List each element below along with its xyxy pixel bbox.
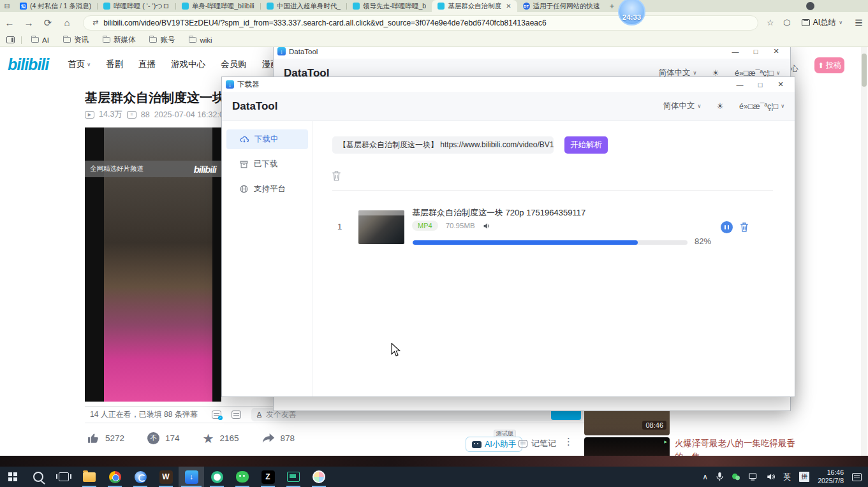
browser-profile-icon[interactable] bbox=[806, 2, 814, 10]
take-note-button[interactable]: 记笔记 bbox=[519, 438, 556, 449]
danmaku-toggle-icon[interactable]: ✓ bbox=[212, 411, 221, 419]
url-text[interactable]: bilibili.com/video/BV19T3EzDEU4/?spm_id_… bbox=[103, 18, 546, 27]
browser-button[interactable] bbox=[128, 467, 153, 487]
action-center-icon[interactable] bbox=[852, 473, 862, 481]
like-button[interactable]: 5272 bbox=[87, 432, 124, 444]
capcut-icon: Z bbox=[261, 470, 275, 484]
wps-button[interactable]: W bbox=[153, 467, 179, 487]
danmaku-settings-icon[interactable] bbox=[232, 411, 241, 419]
file-explorer-button[interactable] bbox=[77, 467, 102, 487]
back-icon[interactable]: ← bbox=[0, 17, 19, 28]
tab-bilibili-home[interactable]: 哔哩哔哩 ( ‘- ‘)つロ bbox=[98, 0, 175, 12]
window-title-bar[interactable]: ↓ 下载器 — □ ✕ bbox=[222, 77, 795, 92]
nav-bangumi[interactable]: 番剧 bbox=[106, 59, 123, 70]
tab-lingdao[interactable]: 领导先走-哔哩哔哩_b bbox=[347, 0, 432, 12]
share-button[interactable]: 878 bbox=[262, 433, 295, 444]
address-bar[interactable]: ⇄ bilibili.com/video/BV19T3EzDEU4/?spm_i… bbox=[83, 15, 758, 31]
forward-icon[interactable]: → bbox=[19, 17, 38, 28]
font-style-icon[interactable]: A bbox=[257, 411, 261, 418]
nav-game-center[interactable]: 游戏中心 bbox=[171, 59, 205, 70]
sidebar-toggle-icon[interactable] bbox=[6, 36, 15, 43]
taskbar-clock[interactable]: 16:46 2025/7/8 bbox=[818, 469, 844, 485]
more-options-icon[interactable]: ⋮ bbox=[564, 436, 573, 447]
minimize-button[interactable]: — bbox=[725, 48, 746, 55]
taskbar-search[interactable] bbox=[26, 467, 51, 487]
start-button[interactable] bbox=[0, 467, 26, 487]
bookmark-label: 账号 bbox=[160, 35, 175, 45]
minimize-button[interactable]: — bbox=[730, 81, 750, 89]
bookmark-star-icon[interactable]: ☆ bbox=[762, 18, 779, 27]
theme-toggle-icon[interactable]: ☀ bbox=[716, 101, 724, 111]
parse-button[interactable]: 开始解析 bbox=[564, 136, 608, 154]
nav-home[interactable]: 首页∨ bbox=[68, 59, 91, 70]
chrome-button[interactable] bbox=[102, 467, 128, 487]
close-button[interactable]: ✕ bbox=[770, 80, 791, 89]
maximize-button[interactable]: □ bbox=[750, 81, 770, 89]
datatool-taskbar-button[interactable]: ↓ bbox=[179, 467, 204, 487]
language-indicator[interactable]: 英 bbox=[783, 472, 791, 483]
bookmark-folder-wiki[interactable]: wiki bbox=[189, 36, 212, 44]
sidebar-item-downloaded[interactable]: 已下载 bbox=[226, 154, 308, 174]
bookmark-folder-account[interactable]: 账号 bbox=[149, 35, 175, 45]
nav-live[interactable]: 直播 bbox=[138, 59, 156, 70]
bookmark-folder-media[interactable]: 新媒体 bbox=[103, 35, 136, 45]
home-icon[interactable]: ⌂ bbox=[57, 17, 77, 28]
ai-summary-button[interactable]: AI总结 ∨ bbox=[802, 17, 842, 28]
extensions-icon[interactable]: ⬡ bbox=[779, 18, 795, 27]
green-app-button[interactable] bbox=[204, 467, 230, 487]
network-display-icon[interactable] bbox=[749, 473, 758, 481]
close-tab-icon[interactable]: ✕ bbox=[506, 3, 511, 10]
capcut-button[interactable]: Z bbox=[255, 467, 281, 487]
wechat-button[interactable] bbox=[230, 467, 255, 487]
tab-search-icon[interactable]: ⊟ bbox=[0, 2, 14, 10]
coin-button[interactable]: 不 174 bbox=[147, 432, 180, 444]
bookmark-folder-ai[interactable]: AI bbox=[31, 36, 49, 44]
close-button[interactable]: ✕ bbox=[766, 47, 786, 55]
audio-icon[interactable] bbox=[483, 222, 491, 229]
color-app-button[interactable] bbox=[306, 467, 332, 487]
video-player[interactable]: 全网精选好片频道 bilibili bbox=[85, 127, 221, 402]
tab-datatool-ext[interactable]: DT 适用于任何网站的快速 bbox=[517, 0, 606, 12]
ai-assistant-button[interactable]: AI小助手 bbox=[466, 437, 522, 452]
task-view-button[interactable] bbox=[51, 467, 77, 487]
delete-row-icon[interactable] bbox=[739, 222, 749, 235]
coin-count: 174 bbox=[165, 433, 180, 443]
delete-all-icon[interactable] bbox=[331, 170, 342, 184]
downloader-window[interactable]: ↓ 下载器 — □ ✕ DataTool 简体中文 ∨ ☀ é»□æ¯ªç¦□ … bbox=[221, 76, 795, 397]
nav-vip-shop[interactable]: 会员购 bbox=[221, 59, 247, 70]
url-input[interactable]: 【基层群众自治制度这一块】 https://www.bilibili.com/v… bbox=[332, 136, 554, 154]
maximize-button[interactable]: □ bbox=[746, 48, 766, 55]
pause-button[interactable] bbox=[721, 221, 733, 233]
sidebar-item-platforms[interactable]: 支持平台 bbox=[226, 179, 308, 199]
upload-label: 投稿 bbox=[826, 60, 841, 71]
new-tab-button[interactable]: + bbox=[606, 1, 619, 11]
tab-danshen[interactable]: 单身-哔哩哔哩_bilibili bbox=[176, 0, 260, 12]
bookmark-folder-news[interactable]: 资讯 bbox=[63, 35, 89, 45]
tab-zhongguo[interactable]: 中国进入超单身时代_ bbox=[261, 0, 346, 12]
bilibili-logo[interactable]: bilibili bbox=[8, 55, 48, 74]
download-row: 1 基层群众自治制度这一块 720p 1751964359117 MP4 70.… bbox=[313, 204, 795, 255]
zhihu-favicon: 知 bbox=[20, 3, 27, 10]
upload-button[interactable]: ⬆ 投稿 bbox=[814, 57, 844, 73]
scrollbar-thumb[interactable] bbox=[862, 54, 867, 87]
reload-icon[interactable]: ⟳ bbox=[38, 17, 57, 29]
share-count: 878 bbox=[281, 433, 295, 443]
hidden-icons-chevron[interactable]: ∧ bbox=[702, 472, 708, 481]
date-label: 2025/7/8 bbox=[818, 477, 844, 485]
ime-indicator[interactable]: 拼 bbox=[799, 472, 809, 482]
favorite-button[interactable]: ★ 2165 bbox=[203, 433, 239, 444]
tab-active-video[interactable]: 基层群众自治制度 ✕ bbox=[432, 0, 517, 12]
globe-icon bbox=[240, 185, 248, 193]
browser-menu-icon[interactable]: ☰ bbox=[849, 18, 868, 28]
sidebar-item-downloading[interactable]: 下载中 bbox=[226, 129, 308, 149]
page-scrollbar[interactable] bbox=[861, 47, 867, 456]
wechat-tray-icon[interactable] bbox=[732, 473, 740, 481]
speaker-icon[interactable] bbox=[767, 473, 775, 481]
tab-zhihu[interactable]: 知 (4 封私信 / 1 条消息) bbox=[14, 0, 97, 12]
bilibili-favicon bbox=[182, 3, 189, 10]
site-permissions-icon[interactable]: ⇄ bbox=[92, 18, 98, 27]
language-selector[interactable]: 简体中文 ∨ bbox=[663, 101, 701, 112]
screenshare-button[interactable] bbox=[281, 467, 306, 487]
account-menu[interactable]: é»□æ¯ªç¦□ ∨ bbox=[739, 102, 784, 111]
microphone-icon[interactable] bbox=[716, 472, 723, 481]
